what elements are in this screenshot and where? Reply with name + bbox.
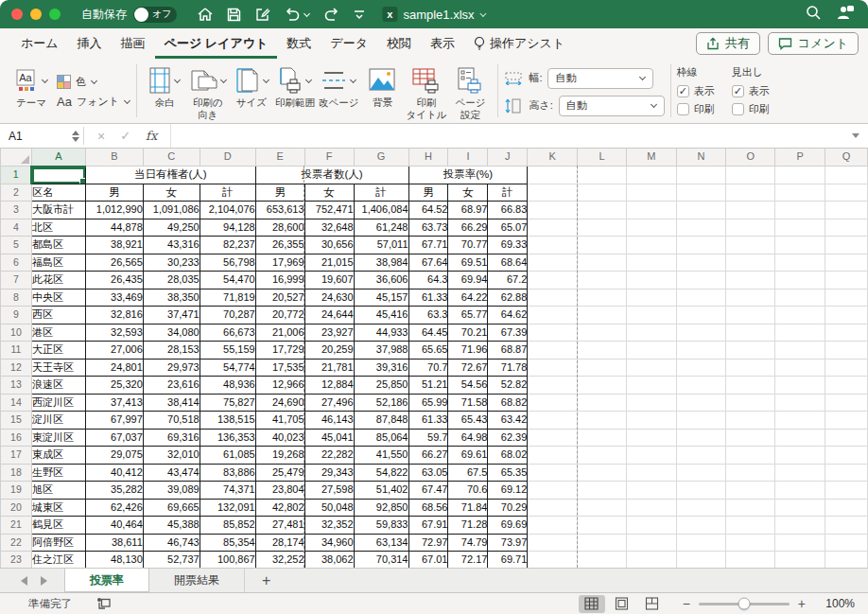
data-cell[interactable]: 44,933 (354, 324, 408, 342)
empty-cell[interactable] (626, 289, 676, 307)
data-cell[interactable]: 38,062 (304, 552, 354, 569)
data-cell[interactable]: 52.82 (488, 377, 528, 395)
empty-cell[interactable] (528, 447, 578, 465)
name-box-stepper[interactable] (68, 124, 83, 148)
undo-dropdown-icon[interactable] (304, 11, 309, 17)
empty-cell[interactable] (528, 464, 578, 482)
data-cell[interactable]: 70,314 (354, 552, 408, 569)
data-cell[interactable]: 32,252 (255, 552, 304, 569)
column-header-Q[interactable]: Q (825, 149, 868, 167)
ribbon-tab[interactable]: データ (321, 28, 377, 59)
data-cell[interactable]: 69,316 (143, 429, 200, 447)
empty-cell[interactable] (775, 429, 825, 447)
data-cell[interactable]: 49,250 (143, 219, 200, 237)
data-cell[interactable]: 67.91 (408, 517, 448, 535)
data-cell[interactable]: 62,426 (85, 499, 143, 517)
data-cell[interactable]: 69.51 (448, 254, 488, 272)
data-cell[interactable]: 71.96 (448, 342, 488, 360)
data-cell[interactable]: 70.6 (448, 482, 488, 500)
autosave-toggle[interactable]: オフ (133, 7, 177, 23)
empty-cell[interactable] (726, 359, 775, 377)
data-cell[interactable]: 54.56 (448, 377, 488, 395)
empty-cell[interactable] (528, 394, 578, 412)
data-cell[interactable]: 40,023 (255, 429, 304, 447)
data-cell[interactable]: 西淀川区 (31, 394, 85, 412)
data-cell[interactable]: 132,091 (200, 499, 255, 517)
gridlines-print-checkbox[interactable] (677, 103, 689, 115)
empty-cell[interactable] (528, 377, 578, 395)
empty-cell[interactable] (676, 447, 726, 465)
data-cell[interactable]: 25,320 (85, 377, 143, 395)
data-cell[interactable]: 37,471 (143, 307, 200, 325)
scale-width-select[interactable]: 自動 (547, 68, 653, 89)
close-window-button[interactable] (11, 9, 23, 20)
empty-cell[interactable] (775, 289, 825, 307)
background-button[interactable]: 背景 (360, 62, 404, 121)
redo-icon[interactable] (323, 8, 339, 22)
empty-cell[interactable] (676, 184, 726, 202)
column-header-L[interactable]: L (578, 149, 627, 167)
sheet-nav-left-icon[interactable] (21, 576, 27, 586)
empty-cell[interactable] (676, 202, 726, 219)
empty-cell[interactable] (528, 254, 578, 272)
comments-button[interactable]: コメント (768, 32, 859, 55)
empty-cell[interactable] (578, 342, 627, 360)
empty-cell[interactable] (726, 272, 775, 289)
data-cell[interactable]: 28,174 (255, 534, 304, 552)
data-cell[interactable]: 62.88 (488, 289, 528, 307)
empty-cell[interactable] (825, 289, 868, 307)
data-cell[interactable]: 67.2 (488, 272, 528, 289)
data-cell[interactable]: 54,470 (200, 272, 255, 289)
empty-cell[interactable] (528, 534, 578, 552)
empty-cell[interactable] (676, 482, 726, 500)
data-cell[interactable]: 44,878 (85, 219, 143, 237)
share-user-icon[interactable] (836, 5, 855, 24)
data-cell[interactable]: 1,406,084 (354, 202, 408, 219)
empty-cell[interactable] (825, 482, 868, 500)
empty-cell[interactable] (726, 184, 775, 202)
data-cell[interactable]: 63.3 (408, 307, 448, 325)
empty-cell[interactable] (626, 447, 676, 465)
row-header-10[interactable]: 10 (1, 324, 32, 342)
data-cell[interactable]: 都島区 (31, 237, 85, 254)
page-layout-view-button[interactable] (609, 595, 635, 613)
data-cell[interactable]: 22,282 (304, 447, 354, 465)
empty-cell[interactable] (528, 517, 578, 535)
data-cell[interactable]: 23,616 (143, 377, 200, 395)
data-cell[interactable]: 67,037 (85, 429, 143, 447)
data-cell[interactable]: 19,268 (255, 447, 304, 465)
data-cell[interactable]: 35,282 (85, 482, 143, 500)
data-cell[interactable]: 64.3 (408, 272, 448, 289)
header-cell[interactable]: 計 (488, 184, 528, 202)
data-cell[interactable]: 55,159 (200, 342, 255, 360)
empty-cell[interactable] (825, 184, 868, 202)
empty-cell[interactable] (775, 552, 825, 569)
data-cell[interactable]: 25,479 (255, 464, 304, 482)
empty-cell[interactable] (676, 167, 726, 184)
empty-cell[interactable] (825, 517, 868, 535)
orientation-button[interactable]: 印刷の 向き (186, 62, 230, 121)
column-header-I[interactable]: I (448, 149, 488, 167)
data-cell[interactable]: 西区 (31, 307, 85, 325)
data-cell[interactable]: 69.12 (488, 482, 528, 500)
empty-cell[interactable] (825, 377, 868, 395)
empty-cell[interactable] (578, 499, 627, 517)
empty-cell[interactable] (626, 167, 676, 184)
empty-cell[interactable] (578, 202, 627, 219)
column-header-K[interactable]: K (528, 149, 578, 167)
row-header-12[interactable]: 12 (1, 359, 32, 377)
empty-cell[interactable] (528, 552, 578, 569)
empty-cell[interactable] (825, 219, 868, 237)
add-sheet-button[interactable]: + (245, 569, 287, 592)
data-cell[interactable]: 69.71 (488, 552, 528, 569)
data-cell[interactable]: 46,143 (304, 412, 354, 430)
empty-cell[interactable] (726, 482, 775, 500)
data-cell[interactable]: 67,997 (85, 412, 143, 430)
ribbon-tab[interactable]: 描画 (112, 28, 155, 59)
empty-cell[interactable] (775, 167, 825, 184)
empty-cell[interactable] (578, 167, 627, 184)
empty-cell[interactable] (726, 167, 775, 184)
empty-cell[interactable] (775, 394, 825, 412)
data-cell[interactable]: 17,535 (255, 359, 304, 377)
ribbon-tab[interactable]: ページ レイアウト (155, 28, 278, 59)
